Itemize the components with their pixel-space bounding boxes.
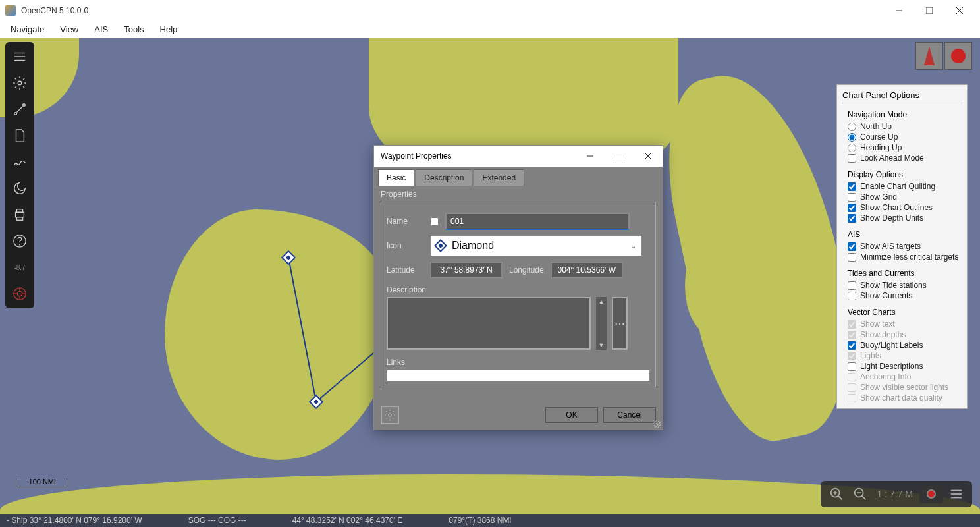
dialog-tabs: Basic Description Extended: [374, 167, 663, 186]
links-label: Links: [387, 358, 650, 367]
check-grid[interactable]: Show Grid: [842, 192, 962, 202]
check-minimize-ais[interactable]: Minimize less critical targets: [842, 252, 962, 262]
menu-navigate[interactable]: Navigate: [4, 22, 51, 36]
fieldset-properties: Name Icon Diamond ⌄ Latitude Longitude D…: [381, 202, 656, 387]
cancel-button[interactable]: Cancel: [603, 407, 656, 423]
hamburger-icon[interactable]: [9, 46, 30, 67]
name-input[interactable]: [445, 213, 630, 230]
help-icon[interactable]: [9, 231, 30, 252]
status-cursor: 44° 48.3252' N 002° 46.4370' E: [292, 516, 403, 525]
moon-icon[interactable]: [9, 178, 30, 199]
svg-rect-32: [616, 153, 622, 159]
status-heading: 079°(T) 3868 NMi: [449, 516, 511, 525]
check-quilting[interactable]: Enable Chart Quilting: [842, 181, 962, 192]
radio-north-up[interactable]: North Up: [842, 121, 962, 132]
check-sector-lights: Show visible sector lights: [842, 382, 962, 393]
follow-ship-icon[interactable]: [919, 485, 943, 503]
radio-heading-up[interactable]: Heading Up: [842, 142, 962, 153]
radio-course-up[interactable]: Course Up: [842, 132, 962, 142]
hamburger-icon[interactable]: [946, 484, 967, 505]
longitude-label: Longitude: [509, 265, 544, 275]
svg-point-9: [23, 104, 26, 107]
check-tide-stations[interactable]: Show Tide stations: [842, 280, 962, 291]
check-outlines[interactable]: Show Chart Outlines: [842, 202, 962, 213]
zoom-controls: 1 : 7.7 M: [821, 481, 972, 507]
links-list[interactable]: [387, 370, 650, 381]
description-label: Description: [387, 285, 650, 294]
section-nav-mode: Navigation Mode: [848, 110, 962, 119]
description-textarea[interactable]: [387, 297, 591, 350]
print-icon[interactable]: [9, 204, 30, 225]
svg-point-14: [20, 244, 20, 245]
check-show-text: Show text: [842, 319, 962, 329]
waypoint-properties-dialog: Waypoint Properties Basic Description Ex…: [373, 145, 663, 430]
name-label: Name: [387, 217, 423, 226]
ok-button[interactable]: OK: [545, 407, 598, 423]
track-icon[interactable]: [9, 152, 30, 173]
window-title: OpenCPN 5.10.0-0: [21, 6, 88, 15]
left-toolbar: -8.7: [5, 42, 34, 308]
document-icon[interactable]: [9, 125, 30, 146]
dialog-footer: OK Cancel: [374, 401, 663, 430]
heading-badge[interactable]: -8.7: [9, 257, 30, 278]
route-icon[interactable]: [9, 99, 30, 120]
topright-toolbar: [915, 42, 972, 70]
check-look-ahead[interactable]: Look Ahead Mode: [842, 153, 962, 163]
zoom-out-icon[interactable]: [850, 484, 871, 505]
dialog-title: Waypoint Properties: [381, 152, 452, 161]
status-sog: SOG --- COG ---: [188, 516, 246, 525]
svg-rect-12: [16, 217, 22, 221]
divider: [842, 103, 962, 103]
gear-icon[interactable]: [9, 72, 30, 94]
svg-line-26: [861, 496, 865, 500]
compass-icon[interactable]: [915, 42, 943, 70]
gps-status-icon[interactable]: [944, 42, 972, 70]
scrollbar[interactable]: ▲▼: [596, 297, 607, 350]
browse-button[interactable]: ⋯: [612, 297, 628, 350]
lifebuoy-icon[interactable]: [9, 283, 30, 304]
longitude-input[interactable]: [551, 262, 623, 279]
section-tides: Tides and Currents: [848, 269, 962, 278]
dialog-close-icon[interactable]: [640, 148, 656, 164]
dialog-titlebar[interactable]: Waypoint Properties: [374, 146, 663, 167]
fieldset-properties-label: Properties: [381, 190, 656, 199]
check-depth-units[interactable]: Show Depth Units: [842, 213, 962, 223]
check-buoy-labels[interactable]: Buoy/Light Labels: [842, 340, 962, 350]
menu-help[interactable]: Help: [153, 22, 184, 36]
tab-description[interactable]: Description: [416, 169, 472, 186]
section-vector: Vector Charts: [848, 308, 962, 317]
diamond-icon: [434, 239, 447, 252]
tab-basic[interactable]: Basic: [378, 169, 414, 186]
dialog-gear-icon[interactable]: [381, 406, 399, 424]
status-bar: - Ship 33° 21.4800' N 079° 16.9200' W SO…: [0, 514, 980, 527]
dialog-maximize-icon[interactable]: [611, 148, 627, 164]
close-button[interactable]: [944, 1, 975, 20]
section-ais: AIS: [848, 230, 962, 239]
check-show-depths: Show depths: [842, 329, 962, 340]
check-show-ais[interactable]: Show AIS targets: [842, 241, 962, 252]
tab-extended[interactable]: Extended: [474, 169, 524, 186]
zoom-in-icon[interactable]: [826, 484, 847, 505]
maximize-button[interactable]: [914, 1, 944, 20]
dialog-minimize-icon[interactable]: [582, 148, 598, 164]
check-lights: Lights: [842, 350, 962, 361]
svg-point-35: [389, 414, 392, 417]
icon-value: Diamond: [452, 240, 494, 252]
name-visible-checkbox[interactable]: [430, 217, 439, 226]
menu-ais[interactable]: AIS: [88, 22, 115, 36]
minimize-button[interactable]: [884, 1, 914, 20]
check-light-desc[interactable]: Light Descriptions: [842, 361, 962, 372]
app-icon: [5, 5, 16, 16]
icon-dropdown[interactable]: Diamond ⌄: [430, 235, 642, 256]
check-currents[interactable]: Show Currents: [842, 291, 962, 301]
menu-tools[interactable]: Tools: [117, 22, 150, 36]
latitude-input[interactable]: [430, 262, 503, 279]
status-ship: - Ship 33° 21.4800' N 079° 16.9200' W: [7, 516, 142, 525]
svg-line-22: [838, 496, 842, 500]
menu-view[interactable]: View: [53, 22, 85, 36]
svg-rect-11: [16, 209, 22, 213]
panel-title: Chart Panel Options: [842, 90, 962, 100]
chevron-down-icon: ⌄: [631, 242, 636, 250]
resize-grip[interactable]: [653, 420, 661, 428]
chart-panel-options: Chart Panel Options Navigation Mode Nort…: [836, 84, 968, 409]
